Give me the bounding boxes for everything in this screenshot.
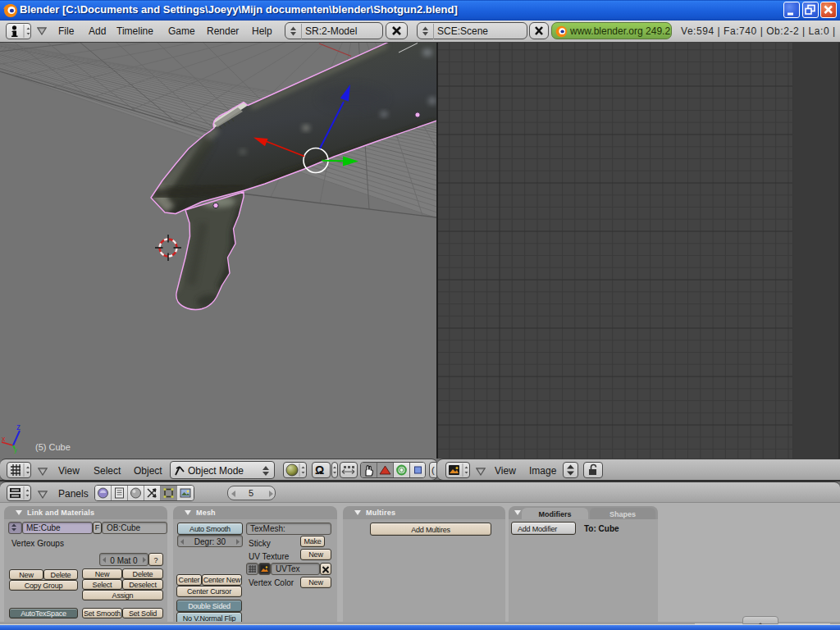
svg-text:(: ( xyxy=(431,465,435,475)
svg-text:Ω: Ω xyxy=(315,463,324,477)
svg-text:(5) Cube: (5) Cube xyxy=(35,442,71,452)
svg-text:x: x xyxy=(2,435,6,443)
svg-text:z: z xyxy=(16,422,21,431)
svg-text:y: y xyxy=(14,446,17,454)
